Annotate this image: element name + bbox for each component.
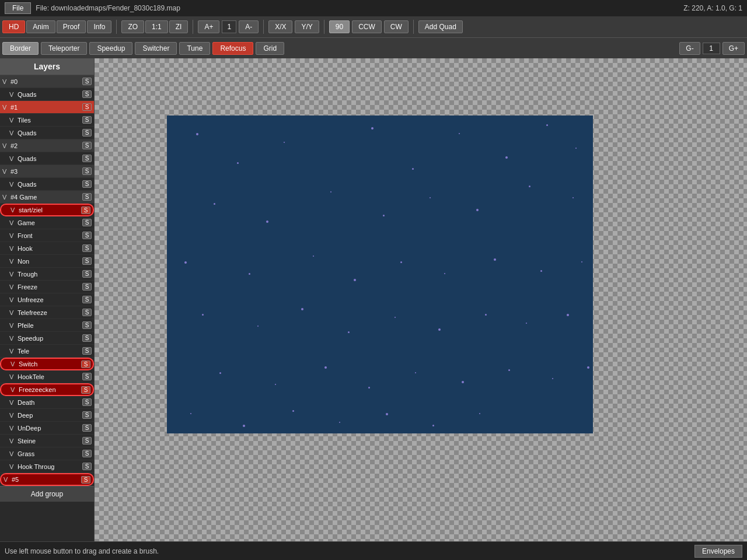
layer-game[interactable]: V Game S xyxy=(0,216,94,229)
layer-grass[interactable]: V Grass S xyxy=(0,447,94,460)
layer-tele[interactable]: V Tele S xyxy=(0,345,94,358)
layer-non[interactable]: V Non S xyxy=(0,255,94,268)
layer-steine-s[interactable]: S xyxy=(82,437,92,444)
layer-death-s[interactable]: S xyxy=(82,398,92,406)
group-2-s-button[interactable]: S xyxy=(82,142,92,149)
ccw-button[interactable]: CCW xyxy=(352,20,382,33)
layer-quads-2-s[interactable]: S xyxy=(82,155,92,162)
group-4-header[interactable]: V #4 Game S xyxy=(0,191,94,204)
zoom-out-button[interactable]: ZO xyxy=(121,20,144,33)
group-3-header[interactable]: V #3 S xyxy=(0,165,94,178)
layer-telefreeze[interactable]: V Telefreeze S xyxy=(0,306,94,319)
layer-switch[interactable]: V Switch S xyxy=(0,358,94,370)
layer-steine[interactable]: V Steine S xyxy=(0,435,94,447)
layer-telefreeze-v: V xyxy=(9,309,18,316)
layer-tiles-1-s[interactable]: S xyxy=(82,116,92,124)
layer-hook-through-s[interactable]: S xyxy=(82,463,92,470)
zoom-group: ZO 1:1 ZI xyxy=(121,20,188,33)
layer-hooktele[interactable]: V HookTele S xyxy=(0,370,94,383)
group-3-s-button[interactable]: S xyxy=(82,167,92,175)
speedup-button[interactable]: Speedup xyxy=(89,42,132,55)
add-quad-button[interactable]: Add Quad xyxy=(418,20,463,33)
layer-quads-1-s[interactable]: S xyxy=(82,129,92,136)
group-2-header[interactable]: V #2 S xyxy=(0,139,94,152)
layer-quads-3-s[interactable]: S xyxy=(82,180,92,188)
layer-speedup[interactable]: V Speedup S xyxy=(0,332,94,345)
group-0-s-button[interactable]: S xyxy=(82,78,92,85)
layer-tele-s[interactable]: S xyxy=(82,347,92,355)
proof-button[interactable]: Proof xyxy=(57,20,86,33)
layer-pfeile[interactable]: V Pfeile S xyxy=(0,319,94,332)
layer-non-s[interactable]: S xyxy=(82,257,92,265)
star-dot xyxy=(526,323,527,324)
layer-telefreeze-s[interactable]: S xyxy=(82,309,92,316)
layer-trough[interactable]: V Trough S xyxy=(0,268,94,281)
grid-button[interactable]: Grid xyxy=(256,42,284,55)
layer-deep[interactable]: V Deep S xyxy=(0,409,94,422)
layer-tiles-1[interactable]: V Tiles S xyxy=(0,114,94,127)
layer-freezeecken[interactable]: V Freezeecken S xyxy=(0,383,94,396)
a-value-display: 1 xyxy=(222,20,236,33)
refocus-button[interactable]: Refocus xyxy=(212,42,253,55)
layer-hook[interactable]: V Hook S xyxy=(0,242,94,255)
star-dot xyxy=(257,326,259,327)
hd-button[interactable]: HD xyxy=(2,20,25,33)
zoom-in-button[interactable]: ZI xyxy=(169,20,189,33)
axis-yy-button[interactable]: Y/Y xyxy=(295,20,319,33)
g-minus-button[interactable]: G- xyxy=(679,42,700,55)
border-button[interactable]: Border xyxy=(2,42,39,55)
group-1-s-button[interactable]: S xyxy=(82,103,92,111)
layer-freezeecken-s[interactable]: S xyxy=(81,386,90,394)
layer-unfreeze[interactable]: V Unfreeze S xyxy=(0,293,94,306)
a-minus-button[interactable]: A- xyxy=(239,20,259,33)
layer-switch-s[interactable]: S xyxy=(81,360,90,368)
envelopes-button[interactable]: Envelopes xyxy=(694,545,742,558)
layer-quads-1-name: Quads xyxy=(18,130,82,136)
tune-button[interactable]: Tune xyxy=(179,42,210,55)
cw-button[interactable]: CW xyxy=(384,20,409,33)
anim-button[interactable]: Anim xyxy=(26,20,55,33)
layer-quads-3[interactable]: V Quads S xyxy=(0,178,94,191)
axis-xx-button[interactable]: X/X xyxy=(268,20,292,33)
layer-unfreeze-s[interactable]: S xyxy=(82,296,92,303)
layer-quads-0-name: Quads xyxy=(18,91,82,98)
layer-front-s[interactable]: S xyxy=(82,232,92,239)
layer-grass-s[interactable]: S xyxy=(82,450,92,457)
canvas-area[interactable] xyxy=(95,58,747,541)
layer-quads-0[interactable]: V Quads S xyxy=(0,88,94,101)
layer-front[interactable]: V Front S xyxy=(0,229,94,242)
layer-quads-0-s[interactable]: S xyxy=(82,90,92,98)
info-button[interactable]: Info xyxy=(87,20,111,33)
layer-hooktele-s[interactable]: S xyxy=(82,373,92,380)
group-1-header[interactable]: V #1 S xyxy=(0,101,94,114)
file-menu-button[interactable]: File xyxy=(5,2,31,14)
layer-hook-through[interactable]: V Hook Throug S xyxy=(0,460,94,473)
teleporter-button[interactable]: Teleporter xyxy=(41,42,87,55)
layer-speedup-s[interactable]: S xyxy=(82,334,92,342)
group-5-s-button[interactable]: S xyxy=(81,476,90,484)
layer-death[interactable]: V Death S xyxy=(0,396,94,409)
layer-hook-s[interactable]: S xyxy=(82,244,92,252)
layer-undeep-s[interactable]: S xyxy=(82,424,92,432)
layer-freeze-s[interactable]: S xyxy=(82,283,92,290)
group-0-header[interactable]: V #0 S xyxy=(0,75,94,88)
layer-pfeile-s[interactable]: S xyxy=(82,321,92,329)
layer-quads-1[interactable]: V Quads S xyxy=(0,127,94,139)
layer-freeze[interactable]: V Freeze S xyxy=(0,281,94,293)
add-group-button[interactable]: Add group xyxy=(0,486,94,502)
layer-deep-s[interactable]: S xyxy=(82,411,92,419)
group-4-s-button[interactable]: S xyxy=(82,193,92,201)
layers-header[interactable]: Layers xyxy=(0,58,94,75)
switcher-button[interactable]: Switcher xyxy=(135,42,177,55)
zoom-1to1-button[interactable]: 1:1 xyxy=(145,20,168,33)
a-plus-button[interactable]: A+ xyxy=(198,20,219,33)
layer-start-ziel-s[interactable]: S xyxy=(81,206,90,214)
layer-trough-s[interactable]: S xyxy=(82,270,92,278)
g-plus-button[interactable]: G+ xyxy=(722,42,745,55)
layer-speedup-name: Speedup xyxy=(18,335,82,342)
group-5-header[interactable]: V #5 S xyxy=(0,473,94,486)
layer-start-ziel[interactable]: V start/ziel S xyxy=(0,204,94,216)
layer-quads-2[interactable]: V Quads S xyxy=(0,152,94,165)
layer-undeep[interactable]: V UnDeep S xyxy=(0,422,94,435)
layer-game-s[interactable]: S xyxy=(82,219,92,226)
